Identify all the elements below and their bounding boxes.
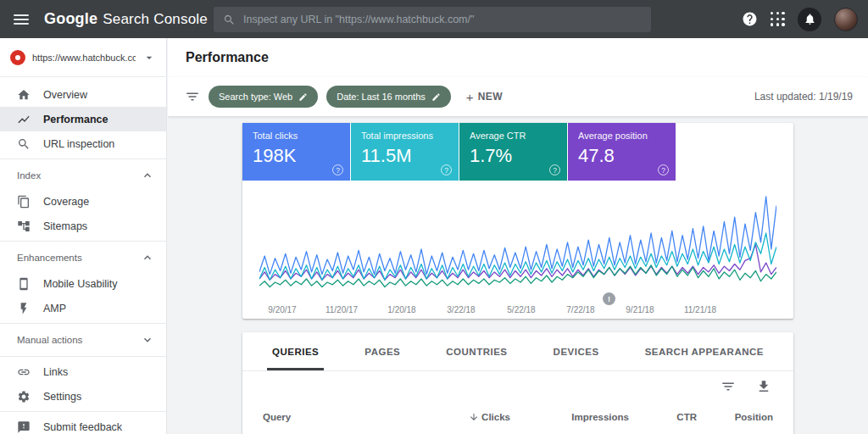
- metric-average-position[interactable]: Average position 47.8 ?: [568, 123, 676, 181]
- filter-chip-label: Search type: Web: [219, 92, 292, 102]
- filter-bar: Search type: Web Date: Last 16 months + …: [168, 77, 868, 116]
- topbar: Google Search Console: [0, 0, 868, 38]
- logo-google: Google: [44, 10, 97, 28]
- smartphone-icon: [17, 277, 31, 291]
- sidebar-item-label: Performance: [43, 114, 108, 125]
- sidebar-item-overview[interactable]: Overview: [0, 82, 166, 107]
- sidebar-item-coverage[interactable]: Coverage: [0, 189, 166, 214]
- magnifier-icon: [17, 137, 31, 151]
- column-header-clicks[interactable]: Clicks: [400, 412, 510, 422]
- x-tick-label: 11/21/18: [684, 305, 716, 314]
- pencil-icon: [298, 92, 308, 102]
- search-icon: [223, 14, 236, 26]
- sidebar-item-label: Coverage: [43, 196, 89, 208]
- chevron-down-icon: [142, 51, 156, 64]
- metric-help-icon[interactable]: ?: [441, 164, 452, 175]
- column-header-position[interactable]: Position: [697, 412, 773, 422]
- divider: [0, 159, 166, 159]
- sidebar-section-label: Index: [17, 170, 41, 181]
- property-url: https://www.hatchbuck.com/: [32, 53, 136, 63]
- new-filter-button[interactable]: + NEW: [466, 90, 503, 104]
- sidebar-item-amp[interactable]: AMP: [0, 296, 166, 320]
- column-header-impressions[interactable]: Impressions: [510, 412, 629, 422]
- download-icon[interactable]: [756, 379, 771, 394]
- pages-icon: [17, 195, 31, 209]
- sidebar-item-label: Mobile Usability: [43, 278, 118, 290]
- chart-area: !: [259, 187, 776, 302]
- filter-chip[interactable]: Date: Last 16 months: [326, 86, 451, 108]
- dimensions-table-card: QUERIES PAGES COUNTRIES DEVICES SEARCH A…: [242, 332, 793, 434]
- column-header-query[interactable]: Query: [263, 412, 400, 422]
- metric-value: 198K: [253, 145, 340, 167]
- tab-pages[interactable]: PAGES: [359, 332, 405, 370]
- metric-help-icon[interactable]: ?: [658, 164, 669, 175]
- property-selector[interactable]: https://www.hatchbuck.com/: [0, 38, 166, 77]
- metric-label: Average CTR: [470, 131, 557, 141]
- metric-label: Total clicks: [253, 131, 340, 141]
- account-avatar[interactable]: [834, 8, 858, 31]
- url-inspect-searchbar[interactable]: [214, 7, 651, 32]
- sidebar-item-performance[interactable]: Performance: [0, 107, 166, 131]
- sidebar-item-mobile-usability[interactable]: Mobile Usability: [0, 271, 166, 296]
- metric-total-clicks[interactable]: Total clicks 198K ?: [242, 123, 351, 181]
- sidebar-item-sitemaps[interactable]: Sitemaps: [0, 214, 166, 238]
- sidebar-item-label: URL inspection: [43, 138, 114, 150]
- filter-chip-label: Date: Last 16 months: [337, 92, 426, 102]
- metric-average-ctr[interactable]: Average CTR 1.7% ?: [459, 123, 568, 181]
- chevron-up-icon: [141, 251, 154, 264]
- tab-devices[interactable]: DEVICES: [548, 332, 604, 370]
- chart-annotation-marker[interactable]: !: [603, 292, 615, 305]
- metric-label: Total impressions: [361, 131, 448, 141]
- x-tick-label: 5/22/18: [507, 305, 535, 314]
- tab-queries[interactable]: QUERIES: [267, 332, 324, 370]
- property-favicon: [10, 50, 25, 65]
- dimension-tabs: QUERIES PAGES COUNTRIES DEVICES SEARCH A…: [242, 332, 793, 371]
- bell-icon: [804, 13, 816, 25]
- sidebar-item-url-inspection[interactable]: URL inspection: [0, 131, 166, 156]
- sidebar-nav: Overview Performance URL inspection Inde…: [0, 77, 166, 434]
- sidebar-item-settings[interactable]: Settings: [0, 384, 166, 409]
- x-tick-label: 7/22/18: [566, 305, 594, 314]
- filter-list-icon[interactable]: [185, 89, 200, 104]
- page-header: Performance: [168, 38, 868, 77]
- topbar-right: [742, 0, 858, 38]
- sidebar-section-label: Enhancements: [17, 253, 82, 263]
- notifications-button[interactable]: [798, 8, 821, 31]
- sidebar-item-label: AMP: [43, 303, 66, 314]
- apps-grid-icon[interactable]: [771, 12, 785, 26]
- table-filter-icon[interactable]: [721, 379, 736, 394]
- filter-chip[interactable]: Search type: Web: [209, 86, 318, 108]
- performance-chart: [259, 187, 776, 302]
- performance-chart-card: Total clicks 198K ? Total impressions 11…: [242, 123, 793, 319]
- metric-total-impressions[interactable]: Total impressions 11.5M ?: [351, 123, 459, 181]
- main-content: Performance Search type: Web Date: Last …: [168, 38, 868, 434]
- sidebar-item-label: Overview: [43, 89, 87, 101]
- sidebar-section-manual-actions[interactable]: Manual actions: [0, 326, 166, 353]
- sort-desc-icon: [469, 412, 479, 422]
- metric-help-icon[interactable]: ?: [332, 164, 343, 175]
- line-chart-icon: [17, 113, 31, 126]
- sidebar-section-index[interactable]: Index: [0, 162, 166, 189]
- chevron-down-icon: [141, 333, 154, 347]
- tab-search-appearance[interactable]: SEARCH APPEARANCE: [640, 332, 769, 370]
- app-logo: Google Search Console: [44, 10, 208, 28]
- url-inspect-input[interactable]: [243, 14, 642, 25]
- tab-countries[interactable]: COUNTRIES: [441, 332, 512, 370]
- table-header-row: Query Clicks Impressions CTR Position: [242, 402, 793, 422]
- help-icon[interactable]: [742, 11, 758, 27]
- x-tick-label: 9/20/17: [268, 305, 296, 314]
- gear-icon: [17, 390, 31, 403]
- sidebar-section-enhancements[interactable]: Enhancements: [0, 244, 166, 271]
- sidebar-item-links[interactable]: Links: [0, 359, 166, 384]
- sidebar: https://www.hatchbuck.com/ Overview Perf…: [0, 38, 167, 434]
- metric-help-icon[interactable]: ?: [549, 164, 560, 175]
- x-tick-label: 11/20/17: [326, 305, 358, 314]
- table-toolbar: [242, 371, 793, 402]
- sidebar-item-submit-feedback[interactable]: Submit feedback: [0, 415, 166, 434]
- menu-icon[interactable]: [14, 14, 29, 25]
- sidebar-item-label: Settings: [43, 391, 81, 403]
- logo-search-console: Search Console: [103, 11, 208, 28]
- sidebar-item-label: Links: [43, 366, 68, 378]
- search-console-app: Google Search Console https://www.hatchb…: [0, 0, 868, 434]
- column-header-ctr[interactable]: CTR: [629, 412, 697, 422]
